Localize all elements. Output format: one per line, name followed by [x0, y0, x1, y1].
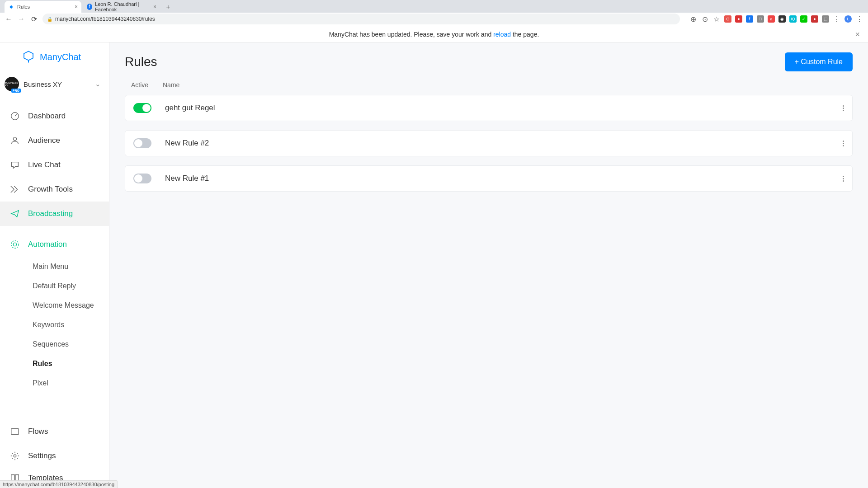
menu-icon[interactable]: ⋮	[833, 15, 841, 23]
sidebar-item-label: Dashboard	[28, 112, 66, 121]
audience-icon	[10, 136, 20, 145]
sidebar: ManyChat BUSINESS XYPRO Business XY ⌄ Da…	[0, 42, 109, 488]
svg-point-2	[13, 243, 16, 246]
svg-point-5	[14, 455, 16, 457]
sidebar-item-label: Automation	[28, 240, 67, 249]
chevron-down-icon: ⌄	[95, 80, 101, 88]
dashboard-icon	[10, 111, 20, 121]
favicon-icon: f	[87, 4, 92, 10]
avatar[interactable]: L	[844, 15, 852, 23]
sub-item-keywords[interactable]: Keywords	[33, 315, 109, 334]
sidebar-item-settings[interactable]: Settings	[0, 444, 109, 468]
sidebar-item-label: Flows	[28, 427, 48, 436]
extension-icon[interactable]: ●	[811, 15, 818, 23]
close-icon[interactable]: ×	[855, 30, 860, 39]
zoom-icon[interactable]: ⊙	[701, 15, 709, 23]
translate-icon[interactable]: ⊕	[689, 15, 697, 23]
sidebar-item-label: Growth Tools	[28, 185, 73, 194]
sidebar-item-label: Broadcasting	[28, 209, 73, 218]
extension-icon[interactable]: □	[757, 15, 764, 23]
new-tab-button[interactable]: +	[164, 2, 173, 11]
extension-icon[interactable]: ✓	[800, 15, 807, 23]
column-name: Name	[163, 81, 846, 89]
active-toggle[interactable]	[133, 103, 151, 113]
row-menu-button[interactable]	[843, 176, 844, 182]
star-icon[interactable]: ☆	[712, 15, 721, 23]
extension-icon[interactable]: f	[746, 15, 753, 23]
banner-text-after: the page.	[511, 31, 539, 38]
gear-icon	[10, 451, 20, 461]
tab-title: Rules	[17, 4, 30, 9]
address-bar[interactable]: 🔒 manychat.com/fb181039443240830/rules	[42, 14, 680, 24]
extension-icon[interactable]: Q	[724, 15, 731, 23]
column-active: Active	[131, 81, 163, 89]
brand-name: ManyChat	[40, 52, 81, 62]
banner-text: ManyChat has been updated. Please, save …	[329, 31, 539, 38]
sub-item-pixel[interactable]: Pixel	[33, 373, 109, 393]
rule-row[interactable]: New Rule #2	[125, 130, 853, 156]
manychat-logo-icon	[22, 50, 35, 64]
sub-item-welcome-message[interactable]: Welcome Message	[33, 296, 109, 315]
pro-badge: PRO	[11, 89, 21, 93]
extension-icon[interactable]: ⬚	[822, 15, 829, 23]
sidebar-item-dashboard[interactable]: Dashboard	[0, 104, 109, 128]
svg-rect-4	[11, 429, 19, 435]
reload-button[interactable]: ⟳	[30, 15, 38, 23]
automation-icon	[10, 239, 20, 249]
flows-icon	[10, 427, 20, 436]
sidebar-item-live-chat[interactable]: Live Chat	[0, 153, 109, 177]
sidebar-item-flows[interactable]: Flows	[0, 419, 109, 444]
rule-row[interactable]: geht gut Regel	[125, 95, 853, 121]
sidebar-item-growth-tools[interactable]: Growth Tools	[0, 177, 109, 202]
reload-link[interactable]: reload	[493, 31, 511, 38]
active-toggle[interactable]	[133, 138, 151, 148]
browser-tab[interactable]: f Leon R. Chaudhari | Facebook ×	[83, 1, 160, 13]
sidebar-item-broadcasting[interactable]: Broadcasting	[0, 202, 109, 226]
extension-icon[interactable]: a	[768, 15, 775, 23]
close-icon[interactable]: ×	[153, 4, 156, 10]
sidebar-item-label: Live Chat	[28, 160, 61, 169]
lock-icon: 🔒	[47, 17, 52, 22]
status-bar: https://manychat.com/fb181039443240830/p…	[0, 480, 118, 488]
extension-icon[interactable]: IQ	[789, 15, 797, 23]
chat-icon	[10, 160, 20, 170]
main-content: Rules + Custom Rule Active Name geht gut…	[109, 42, 868, 488]
tab-title: Leon R. Chaudhari | Facebook	[95, 1, 153, 12]
rule-name: New Rule #2	[165, 139, 209, 148]
sub-item-default-reply[interactable]: Default Reply	[33, 276, 109, 296]
tab-strip: ◆ Rules × f Leon R. Chaudhari | Facebook…	[0, 0, 868, 13]
back-button[interactable]: ←	[5, 15, 13, 23]
url-text: manychat.com/fb181039443240830/rules	[55, 16, 155, 22]
rule-name: New Rule #1	[165, 174, 209, 183]
sub-item-rules[interactable]: Rules	[33, 354, 109, 373]
forward-button[interactable]: →	[17, 15, 25, 23]
banner-text-before: ManyChat has been updated. Please, save …	[329, 31, 493, 38]
sidebar-item-automation[interactable]: Automation	[0, 232, 109, 257]
row-menu-button[interactable]	[843, 105, 844, 111]
active-toggle[interactable]	[133, 174, 151, 183]
extension-icon[interactable]: ◉	[778, 15, 786, 23]
rule-row[interactable]: New Rule #1	[125, 165, 853, 192]
favicon-icon: ◆	[8, 4, 14, 10]
logo[interactable]: ManyChat	[0, 42, 109, 71]
close-icon[interactable]: ×	[75, 4, 78, 10]
sidebar-item-audience[interactable]: Audience	[0, 128, 109, 153]
extension-icon[interactable]: ●	[735, 15, 742, 23]
sub-item-main-menu[interactable]: Main Menu	[33, 257, 109, 276]
sub-item-sequences[interactable]: Sequences	[33, 334, 109, 354]
extensions: ⊕ ⊙ ☆ Q ● f □ a ◉ IQ ✓ ● ⬚ ⋮ L ⋮	[689, 15, 863, 23]
chrome-menu-icon[interactable]: ⋮	[855, 15, 863, 23]
row-menu-button[interactable]	[843, 141, 844, 146]
create-rule-button[interactable]: + Custom Rule	[785, 52, 853, 71]
page-title: Rules	[125, 55, 157, 69]
business-selector[interactable]: BUSINESS XYPRO Business XY ⌄	[0, 71, 109, 97]
page-header: Rules + Custom Rule	[109, 42, 868, 81]
business-name: Business XY	[24, 80, 62, 88]
sidebar-item-label: Audience	[28, 136, 60, 145]
svg-point-3	[11, 241, 19, 249]
browser-chrome: ◆ Rules × f Leon R. Chaudhari | Facebook…	[0, 0, 868, 26]
browser-tab-active[interactable]: ◆ Rules ×	[5, 1, 81, 13]
business-avatar: BUSINESS XYPRO	[5, 77, 19, 91]
sidebar-item-label: Settings	[28, 451, 56, 460]
svg-point-1	[13, 137, 16, 141]
